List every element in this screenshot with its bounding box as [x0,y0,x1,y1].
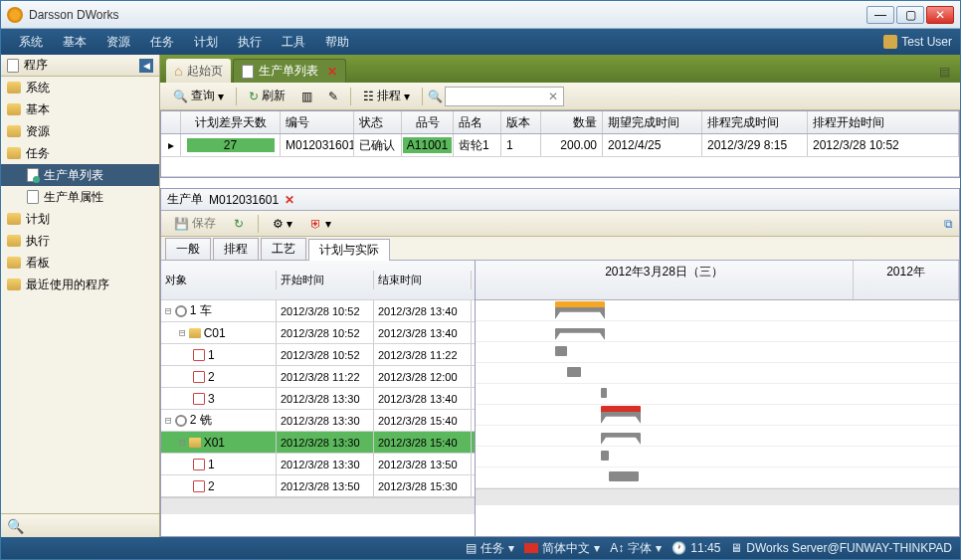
col-status[interactable]: 状态 [354,111,402,133]
schedule-row[interactable]: 12012/3/28 10:522012/3/28 11:22 [161,344,475,366]
sidebar-item[interactable]: 最近使用的程序 [1,274,159,295]
tab-production-list[interactable]: 生产单列表 ✕ [233,59,346,83]
menu-item[interactable]: 任务 [140,34,184,51]
refresh-button[interactable]: ↻ 刷新 [242,85,292,107]
schedule-row[interactable]: ⊟2 铣2012/3/28 13:302012/3/28 15:40 [161,410,475,432]
schedule-row[interactable]: 12012/3/28 13:302012/3/28 13:50 [161,454,475,475]
col-end[interactable]: 结束时间 [374,271,472,289]
search-label: 查询 [191,88,215,104]
gantt-bar[interactable] [601,451,609,461]
schedule-row[interactable]: ⊟X012012/3/28 13:302012/3/28 15:40 [161,432,475,454]
schedule-row[interactable]: ⊟1 车2012/3/28 10:522012/3/28 13:40 [161,300,475,322]
gantt-bar[interactable] [567,367,581,377]
status-lang[interactable]: 简体中文▾ [524,540,600,557]
sidebar-item-label: 生产单列表 [44,167,103,184]
col-object[interactable]: 对象 [161,271,277,289]
gantt-bar[interactable] [601,412,641,424]
schedule-button[interactable]: ☷ 排程 ▾ [356,85,417,107]
minimize-button[interactable]: — [866,6,894,24]
close-button[interactable]: ✕ [926,6,954,24]
sidebar-item[interactable]: 生产单属性 [1,186,159,208]
menu-item[interactable]: 资源 [96,34,140,51]
sidebar-item[interactable]: 基本 [1,98,159,120]
gantt-bar[interactable] [555,307,605,319]
tab-home[interactable]: ⌂ 起始页 [166,59,231,83]
menu-item[interactable]: 执行 [228,34,272,51]
menu-item[interactable]: 工具 [272,34,315,51]
col-diff[interactable]: 计划差异天数 [181,111,281,133]
gantt-bar[interactable] [555,346,567,356]
sidebar-item[interactable]: 看板 [1,252,159,274]
detail-tab[interactable]: 工艺 [261,238,306,260]
cell-itemname: 齿轮1 [454,134,501,156]
menubar: 系统基本资源任务计划执行工具帮助 Test User [1,29,960,55]
dropdown-icon: ▾ [218,90,224,103]
user-name: Test User [901,35,952,49]
tabrow-menu-icon[interactable]: ▤ [935,61,954,83]
gantt-bar[interactable] [555,328,605,340]
font-icon: A↕ [610,541,624,555]
sidebar-item[interactable]: 生产单列表 [1,164,159,186]
menu-item[interactable]: 帮助 [315,34,359,51]
shield-button[interactable]: ⛨▾ [303,214,338,234]
gantt-bar[interactable] [609,471,639,481]
gantt-scrollbar[interactable] [476,488,959,505]
save-button[interactable]: 💾 保存 [167,212,223,235]
clear-search-icon[interactable]: ✕ [548,90,558,103]
toolbar-edit-button[interactable]: ✎ [321,87,345,106]
col-start[interactable]: 开始时间 [277,271,374,289]
schedule-row[interactable]: ⊟C012012/3/28 10:522012/3/28 13:40 [161,322,475,344]
tab-close-icon[interactable]: ✕ [327,65,337,79]
status-font[interactable]: A↕字体▾ [610,540,662,557]
refresh-detail-button[interactable]: ↻ [227,214,251,234]
maximize-button[interactable]: ▢ [896,6,924,24]
folder-icon [7,213,21,225]
refresh-icon: ↻ [249,90,259,103]
col-itemno[interactable]: 品号 [402,111,454,133]
menu-item[interactable]: 计划 [184,34,228,51]
sidebar-item[interactable]: 系统 [1,77,159,98]
folder-icon [7,279,21,290]
gantt-bar[interactable] [601,388,607,398]
schedule-grid-scrollbar[interactable] [161,497,475,514]
doc-icon [27,190,39,204]
binoculars-icon[interactable]: 🔍 [7,518,24,534]
pencil-icon: ✎ [328,90,338,103]
col-ver[interactable]: 版本 [501,111,541,133]
action-button[interactable]: ⚙▾ [266,214,299,234]
detail-tab[interactable]: 排程 [213,238,259,260]
schedule-row[interactable]: 32012/3/28 13:302012/3/28 13:40 [161,388,475,410]
collapse-sidebar-button[interactable]: ◀ [139,59,153,73]
sidebar-item[interactable]: 资源 [1,120,159,142]
schedule-row[interactable]: 22012/3/28 11:222012/3/28 12:00 [161,366,475,388]
col-code[interactable]: 编号 [281,111,354,133]
schedule-row[interactable]: 22012/3/28 13:502012/3/28 15:30 [161,475,475,497]
col-itemname[interactable]: 品名 [454,111,501,133]
popout-icon[interactable]: ⧉ [944,217,953,231]
toolbar-action1-button[interactable]: ▥ [294,87,319,106]
sidebar-item[interactable]: 计划 [1,208,159,230]
tab-row: ⌂ 起始页 生产单列表 ✕ ▤ [160,55,960,83]
sidebar-item[interactable]: 任务 [1,142,159,164]
row-end: 2012/3/28 13:40 [374,388,472,409]
status-tasks[interactable]: ▤任务▾ [466,540,514,557]
row-label: 1 [208,348,215,362]
search-button[interactable]: 🔍 查询 ▾ [166,85,231,107]
gantt-bar[interactable] [601,433,641,445]
menu-item[interactable]: 系统 [9,34,53,51]
col-schedend[interactable]: 排程完成时间 [702,111,808,133]
grid-row[interactable]: ▸ 27 M012031601 已确认 A11001 齿轮1 1 200.00 … [161,134,959,157]
user-display[interactable]: Test User [883,35,952,49]
menu-item[interactable]: 基本 [53,34,96,51]
detail-tab[interactable]: 计划与实际 [308,239,390,261]
col-expect[interactable]: 期望完成时间 [603,111,702,133]
search-input[interactable] [445,87,564,106]
col-qty[interactable]: 数量 [541,111,603,133]
detail-close-icon[interactable]: ✕ [285,193,294,207]
col-schedstart[interactable]: 排程开始时间 [808,111,959,133]
clock-icon: 🕐 [672,541,686,555]
detail-tab[interactable]: 一般 [165,238,211,260]
sidebar-item[interactable]: 执行 [1,230,159,252]
row-indicator-icon: ▸ [161,134,181,156]
gantt-chart[interactable]: 2012年3月28日（三） 2012年 [476,261,959,536]
